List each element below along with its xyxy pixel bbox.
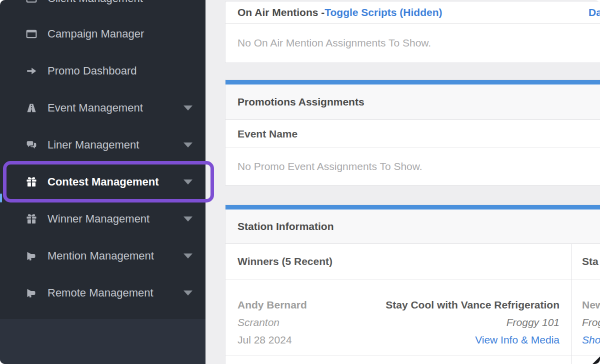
on-air-empty-message: No On Air Mention Assignments To Show. [226, 24, 600, 62]
winner-name: Andy Bernard [238, 296, 307, 314]
winner-meta: Andy Bernard Scranton Jul 28 2024 [238, 296, 307, 355]
sidebar-item-mention-management[interactable]: Mention Management [0, 238, 206, 274]
station-column-header: Sta [572, 244, 600, 280]
winners-column: Winners (5 Recent) Andy Bernard Scranton… [226, 244, 572, 364]
chevron-down-icon [184, 142, 192, 148]
sidebar-item-label: Client Management [48, 0, 143, 5]
winner-location: Scranton [238, 314, 307, 331]
sidebar: Client Management Campaign Manager Promo… [0, 0, 206, 364]
sidebar-item-promo-dashboard[interactable]: Promo Dashboard [0, 52, 206, 90]
chevron-down-icon [184, 106, 192, 110]
promotions-empty-message: No Promo Event Assignments To Show. [226, 148, 600, 185]
sidebar-item-label: Remote Management [48, 286, 154, 300]
card-accent-bar [226, 80, 600, 84]
road-icon [24, 102, 39, 114]
arrow-right-icon [24, 66, 39, 76]
sidebar-item-label: Contest Management [48, 176, 158, 188]
station-row-line1: New [582, 296, 600, 314]
station-columns: Winners (5 Recent) Andy Bernard Scranton… [226, 244, 600, 364]
winner-row: Andy Bernard Scranton Jul 28 2024 Stay C… [226, 280, 572, 356]
sidebar-item-contest-management[interactable]: Contest Management [0, 164, 206, 200]
promotions-assignments-card: Promotions Assignments Event Name No Pro… [225, 80, 600, 186]
event-name-column-header: Event Name [226, 120, 600, 148]
station-information-title: Station Information [238, 220, 334, 232]
station-row-line2: Frog [582, 314, 600, 331]
show-link[interactable]: Sho [582, 334, 600, 346]
sidebar-item-liner-management[interactable]: Liner Management [0, 126, 206, 164]
bullhorn-icon [24, 288, 39, 298]
app-screen: Client Management Campaign Manager Promo… [0, 0, 600, 364]
gift-icon [24, 214, 39, 224]
main-content: On Air Mentions - Toggle Scripts (Hidden… [206, 0, 600, 364]
winner-campaign-title: Stay Cool with Vance Refrigeration [386, 296, 560, 314]
view-info-media-link[interactable]: View Info & Media [475, 334, 560, 346]
chevron-down-icon [184, 290, 192, 296]
sidebar-item-label: Promo Dashboard [48, 64, 137, 78]
active-item-indicator [0, 194, 2, 202]
gift-icon [24, 176, 39, 188]
winners-column-header: Winners (5 Recent) [226, 244, 572, 280]
sidebar-item-remote-management[interactable]: Remote Management [0, 274, 206, 312]
sidebar-item-label: Event Management [48, 102, 143, 114]
sidebar-item-label: Campaign Manager [48, 28, 144, 40]
on-air-mentions-header: On Air Mentions - Toggle Scripts (Hidden… [226, 2, 600, 24]
on-air-mentions-title: On Air Mentions - [238, 6, 324, 18]
comments-icon [24, 140, 39, 150]
station-information-card: Station Information Winners (5 Recent) A… [225, 204, 600, 364]
station-information-header: Station Information [226, 210, 600, 244]
sidebar-item-label: Liner Management [48, 138, 139, 152]
promotions-assignments-header: Promotions Assignments [226, 84, 600, 120]
sidebar-item-client-management[interactable]: Client Management [0, 0, 206, 17]
window-icon [24, 28, 39, 40]
chevron-down-icon [184, 254, 192, 258]
station-row-content: New Frog Sho [582, 296, 600, 355]
date-link[interactable]: Da [588, 2, 600, 24]
winner-station: Froggy 101 [386, 314, 560, 331]
bullhorn-icon [24, 250, 39, 262]
on-air-mentions-card: On Air Mentions - Toggle Scripts (Hidden… [225, 1, 600, 63]
card-accent-bar [226, 205, 600, 210]
sidebar-item-label: Mention Management [48, 250, 154, 262]
toggle-scripts-link[interactable]: Toggle Scripts (Hidden) [324, 6, 442, 18]
address-card-icon [24, 0, 39, 4]
sidebar-item-label: Winner Management [48, 212, 150, 226]
sidebar-item-winner-management[interactable]: Winner Management [0, 200, 206, 238]
chevron-down-icon [184, 216, 192, 222]
promotions-assignments-title: Promotions Assignments [238, 96, 364, 108]
sidebar-item-event-management[interactable]: Event Management [0, 90, 206, 126]
winner-campaign: Stay Cool with Vance Refrigeration Frogg… [386, 296, 560, 355]
winner-date: Jul 28 2024 [238, 331, 307, 348]
sidebar-item-campaign-manager[interactable]: Campaign Manager [0, 16, 206, 52]
chevron-down-icon [184, 180, 192, 184]
station-column: Sta New Frog Sho [572, 244, 600, 364]
station-row: New Frog Sho [572, 280, 600, 356]
sidebar-tools-section: TOOLS Phone Screener [0, 319, 206, 364]
